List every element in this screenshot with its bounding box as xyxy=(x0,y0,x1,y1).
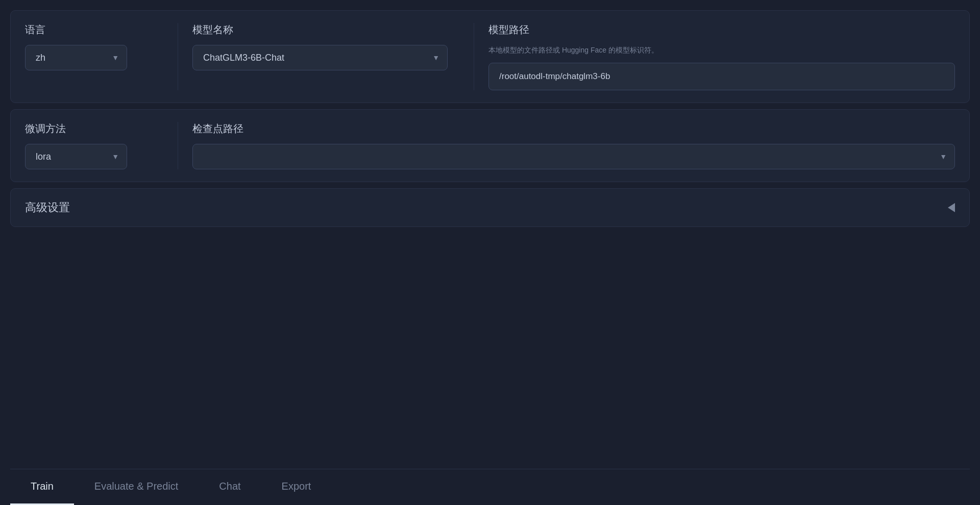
finetune-column: 微调方法 lora freeze full ▼ xyxy=(25,122,178,169)
advanced-settings-collapse-icon xyxy=(948,203,955,212)
page-container: 语言 zh en ▼ 模型名称 ChatGLM3-6B-Chat LLaMA-7… xyxy=(0,0,980,505)
section-advanced-settings[interactable]: 高级设置 xyxy=(10,188,970,227)
tab-train[interactable]: Train xyxy=(10,469,74,505)
language-select-wrapper: zh en ▼ xyxy=(25,45,127,70)
language-label: 语言 xyxy=(25,23,163,37)
checkpoint-select[interactable] xyxy=(192,144,955,169)
checkpoint-label: 检查点路径 xyxy=(192,122,955,136)
section-finetune-config: 微调方法 lora freeze full ▼ 检查点路径 ▼ xyxy=(10,109,970,182)
checkpoint-column: 检查点路径 ▼ xyxy=(178,122,955,169)
tab-evaluate-predict[interactable]: Evaluate & Predict xyxy=(74,469,199,505)
model-name-select-wrapper: ChatGLM3-6B-Chat LLaMA-7B Baichuan-13B ▼ xyxy=(192,45,448,70)
checkpoint-select-wrapper: ▼ xyxy=(192,144,955,169)
language-column: 语言 zh en ▼ xyxy=(25,23,178,90)
language-select[interactable]: zh en xyxy=(25,45,127,70)
model-name-label: 模型名称 xyxy=(192,23,459,37)
section-model-config: 语言 zh en ▼ 模型名称 ChatGLM3-6B-Chat LLaMA-7… xyxy=(10,10,970,103)
finetune-select[interactable]: lora freeze full xyxy=(25,144,127,169)
tab-export[interactable]: Export xyxy=(261,469,332,505)
model-path-column: 模型路径 本地模型的文件路径或 Hugging Face 的模型标识符。 xyxy=(474,23,955,90)
model-path-input[interactable] xyxy=(488,63,955,90)
finetune-select-wrapper: lora freeze full ▼ xyxy=(25,144,127,169)
tab-chat[interactable]: Chat xyxy=(199,469,261,505)
model-path-description: 本地模型的文件路径或 Hugging Face 的模型标识符。 xyxy=(488,45,955,56)
advanced-settings-label: 高级设置 xyxy=(25,200,70,215)
tab-bar: Train Evaluate & Predict Chat Export xyxy=(10,469,970,505)
model-name-column: 模型名称 ChatGLM3-6B-Chat LLaMA-7B Baichuan-… xyxy=(178,23,474,90)
finetune-label: 微调方法 xyxy=(25,122,163,136)
model-path-label: 模型路径 xyxy=(488,23,955,37)
model-name-select[interactable]: ChatGLM3-6B-Chat LLaMA-7B Baichuan-13B xyxy=(192,45,448,70)
